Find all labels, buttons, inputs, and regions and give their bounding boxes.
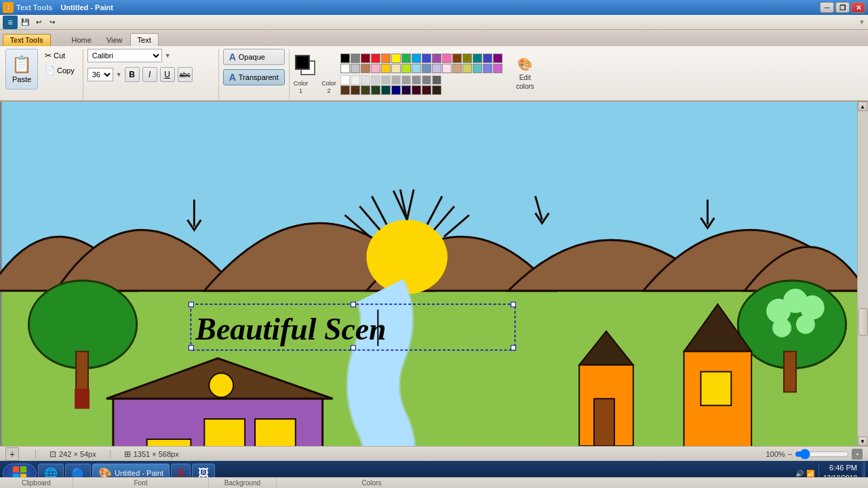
palette-cell[interactable]: [381, 75, 391, 85]
palette-cell[interactable]: [432, 54, 441, 63]
palette-cell[interactable]: [493, 64, 502, 73]
svg-rect-13: [76, 352, 88, 392]
transparent-button[interactable]: A Transparent: [223, 69, 285, 85]
color1-swatch[interactable]: [295, 55, 310, 70]
cut-button[interactable]: ✂ Cut: [41, 49, 79, 62]
palette-cell[interactable]: [401, 75, 411, 85]
palette-cell[interactable]: [391, 64, 401, 73]
font-size-select[interactable]: 36: [87, 68, 113, 81]
palette-cell[interactable]: [442, 64, 452, 73]
minimize-button[interactable]: ─: [820, 2, 834, 13]
undo-button[interactable]: ↩: [33, 16, 45, 28]
palette-cell[interactable]: [483, 54, 492, 63]
svg-point-21: [772, 319, 791, 338]
underline-button[interactable]: U: [160, 67, 175, 82]
palette-cell[interactable]: [351, 85, 360, 95]
palette-cell[interactable]: [432, 85, 441, 95]
palette-cell[interactable]: [483, 64, 492, 73]
palette-cell[interactable]: [452, 64, 462, 73]
palette-cell[interactable]: [462, 64, 472, 73]
zoom-slider[interactable]: [795, 449, 849, 460]
palette-cell[interactable]: [391, 54, 401, 63]
palette-cell[interactable]: [462, 54, 472, 63]
palette-cell[interactable]: [422, 75, 431, 85]
svg-point-20: [796, 315, 815, 334]
file-menu-button[interactable]: ≡: [3, 16, 18, 29]
palette-cell[interactable]: [381, 54, 391, 63]
palette-cell[interactable]: [422, 54, 431, 63]
sound-icon[interactable]: 🔊: [795, 470, 804, 477]
tab-home[interactable]: Home: [64, 33, 99, 46]
palette-cell[interactable]: [493, 54, 502, 63]
palette-cell[interactable]: [351, 64, 360, 73]
italic-button[interactable]: I: [142, 67, 157, 82]
palette-cell[interactable]: [371, 54, 380, 63]
scrollbar-thumb[interactable]: [859, 308, 868, 336]
paste-button[interactable]: 📋 Paste: [5, 49, 38, 89]
tab-text[interactable]: Text: [130, 33, 159, 46]
palette-cell[interactable]: [452, 54, 462, 63]
tab-text-tools[interactable]: Text Tools: [3, 34, 51, 46]
redo-button[interactable]: ↪: [46, 16, 58, 28]
palette-cell[interactable]: [401, 64, 411, 73]
palette-cell[interactable]: [473, 64, 482, 73]
strikethrough-button[interactable]: abc: [178, 67, 193, 82]
canvas-size-value: 1351 × 568px: [134, 450, 179, 458]
palette-cell[interactable]: [340, 54, 350, 63]
scroll-up-button[interactable]: ▲: [858, 102, 867, 111]
canvas-area[interactable]: Beautiful Scen ▲ ▼: [0, 102, 868, 446]
palette-cell[interactable]: [340, 85, 350, 95]
palette-cell[interactable]: [381, 85, 391, 95]
palette-cell[interactable]: [351, 54, 360, 63]
palette-cell[interactable]: [371, 75, 380, 85]
palette-cell[interactable]: [361, 54, 370, 63]
svg-rect-33: [701, 371, 731, 405]
paint-canvas[interactable]: Beautiful Scen: [0, 102, 868, 446]
edit-colors-button[interactable]: 🎨 Edit colors: [507, 57, 544, 91]
font-group: Calibri ▼ 36 ▼ B I U abc: [83, 49, 219, 99]
svg-rect-38: [189, 346, 193, 350]
palette-cell[interactable]: [340, 75, 350, 85]
palette-cell[interactable]: [473, 54, 482, 63]
palette-cell[interactable]: [412, 75, 421, 85]
font-name-select[interactable]: Calibri: [87, 49, 162, 62]
palette-cell[interactable]: [371, 85, 380, 95]
palette-cell[interactable]: [412, 64, 421, 73]
opaque-label: Opaque: [239, 53, 265, 61]
palette-cell[interactable]: [361, 64, 370, 73]
palette-cell[interactable]: [391, 75, 401, 85]
palette-cell[interactable]: [432, 64, 441, 73]
palette-cell[interactable]: [401, 54, 411, 63]
palette-cell[interactable]: [432, 75, 441, 85]
palette-cell[interactable]: [412, 54, 421, 63]
palette-cell[interactable]: [422, 85, 431, 95]
opaque-button[interactable]: A Opaque: [223, 49, 285, 65]
tab-view[interactable]: View: [99, 33, 130, 46]
save-button[interactable]: 💾: [19, 16, 31, 28]
palette-cell[interactable]: [422, 64, 431, 73]
restore-button[interactable]: ❐: [835, 2, 850, 13]
scroll-down-button[interactable]: ▼: [858, 436, 867, 446]
network-icon[interactable]: 📶: [806, 470, 814, 477]
customize-qat[interactable]: ▼: [859, 18, 865, 26]
bold-button[interactable]: B: [125, 67, 140, 82]
copy-button[interactable]: 📄 Copy: [41, 64, 79, 77]
palette-cell[interactable]: [412, 85, 421, 95]
palette-cell[interactable]: [442, 54, 452, 63]
dropdown-arrow: ▼: [165, 52, 171, 59]
color1-label: Color 1: [294, 80, 309, 95]
palette-cell[interactable]: [391, 85, 401, 95]
zoom-minus-icon[interactable]: −: [788, 450, 792, 458]
palette-cell[interactable]: [361, 75, 370, 85]
add-button[interactable]: +: [5, 447, 19, 461]
transparent-icon: A: [229, 72, 236, 83]
vertical-scrollbar[interactable]: ▲ ▼: [857, 102, 868, 446]
palette-cell[interactable]: [371, 64, 380, 73]
palette-cell[interactable]: [351, 75, 360, 85]
palette-cell[interactable]: [401, 85, 411, 95]
palette-cell[interactable]: [361, 85, 370, 95]
colors-section: Color 1 Color 2: [290, 49, 548, 99]
close-button[interactable]: ✕: [851, 2, 865, 13]
palette-cell[interactable]: [381, 64, 391, 73]
palette-cell[interactable]: [340, 64, 350, 73]
